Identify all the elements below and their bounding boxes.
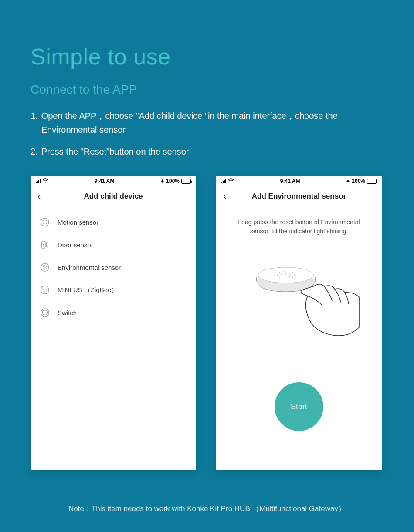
device-list: Motion sensor Door sensor Environmental … [31,206,196,328]
phone-mockups: 9:41 AM ✦ 100% ‹ Add child device Motion… [31,176,383,470]
phone-left: 9:41 AM ✦ 100% ‹ Add child device Motion… [31,176,196,470]
svg-point-28 [290,274,291,275]
svg-point-3 [43,244,44,246]
device-item-environmental[interactable]: Environmental sensor [31,256,196,279]
svg-point-16 [44,291,45,292]
page-subheadline: Connect to the APP [31,83,383,97]
back-button[interactable]: ‹ [37,192,41,201]
device-label: Environmental sensor [58,264,121,271]
instruction-steps: 1. Open the APP，choose "Add child device… [31,109,383,158]
svg-point-33 [292,277,293,278]
device-item-motion[interactable]: Motion sensor [31,211,196,233]
status-time: 9:41 AM [280,178,300,184]
battery-icon [367,179,377,184]
bluetooth-icon: ✦ [346,178,350,184]
svg-point-13 [41,286,49,294]
device-label: Motion sensor [58,219,98,226]
svg-point-21 [279,272,280,273]
svg-point-27 [285,273,286,274]
door-sensor-icon [40,240,50,249]
svg-point-30 [279,277,280,278]
step-number: 2. [31,145,41,158]
nav-bar: ‹ Add child device [31,186,196,206]
nav-bar: ‹ Add Environmental sensor [216,186,382,206]
wifi-icon [42,178,48,184]
start-button[interactable]: Start [275,382,323,431]
step-number: 1. [31,109,41,137]
svg-point-10 [46,268,47,269]
page-headline: Simple to use [31,44,383,70]
phone-right: 9:41 AM ✦ 100% ‹ Add Environmental senso… [216,176,382,470]
environmental-sensor-icon [40,263,50,272]
svg-point-15 [46,289,47,290]
svg-rect-4 [47,242,48,247]
step-text: Open the APP，choose "Add child device "i… [41,109,383,137]
svg-point-14 [43,289,44,290]
svg-point-0 [41,218,49,226]
svg-point-6 [44,267,45,268]
device-item-mini-us[interactable]: MINI US （ZigBee） [31,279,196,301]
svg-point-23 [288,271,288,272]
step-text: Press the "Reset"button on the sensor [41,145,383,158]
device-label: MINI US （ZigBee） [58,286,118,294]
wifi-icon [228,178,234,184]
reset-illustration [216,240,382,470]
step-2: 2. Press the "Reset"button on the sensor [31,145,383,158]
status-bar: 9:41 AM ✦ 100% [31,176,196,186]
svg-point-22 [283,271,284,272]
reset-instruction: Long press the reset button of Environme… [216,206,382,240]
switch-icon [40,308,50,317]
svg-point-11 [44,265,45,266]
svg-point-20 [258,267,314,283]
svg-point-24 [292,272,293,273]
signal-icon [36,179,41,183]
svg-point-8 [46,266,47,267]
svg-point-7 [43,266,44,267]
battery-icon [181,179,191,184]
device-label: Switch [58,309,77,317]
nav-title: Add Environmental sensor [216,192,382,201]
svg-point-1 [43,220,47,224]
svg-point-26 [281,274,282,275]
svg-point-12 [44,269,45,270]
nav-title: Add child device [31,192,196,201]
svg-point-25 [277,275,278,276]
svg-point-32 [289,276,290,277]
motion-sensor-icon [40,217,50,227]
device-label: Door sensor [58,241,93,249]
device-item-switch[interactable]: Switch [31,301,196,324]
step-1: 1. Open the APP，choose "Add child device… [31,109,383,137]
bluetooth-icon: ✦ [160,178,164,184]
signal-icon [221,179,226,183]
svg-point-9 [43,268,44,269]
battery-percent: 100% [352,178,365,184]
svg-point-17 [41,309,49,317]
device-item-door[interactable]: Door sensor [31,233,196,256]
svg-point-31 [285,276,285,277]
svg-point-18 [43,310,48,315]
footer-note: Note：This item needs to work with Konke … [0,504,414,514]
svg-point-29 [294,275,295,276]
status-time: 9:41 AM [95,178,115,184]
status-bar: 9:41 AM ✦ 100% [216,176,382,186]
plug-icon [40,285,50,295]
battery-percent: 100% [166,178,180,184]
back-button[interactable]: ‹ [223,192,226,201]
